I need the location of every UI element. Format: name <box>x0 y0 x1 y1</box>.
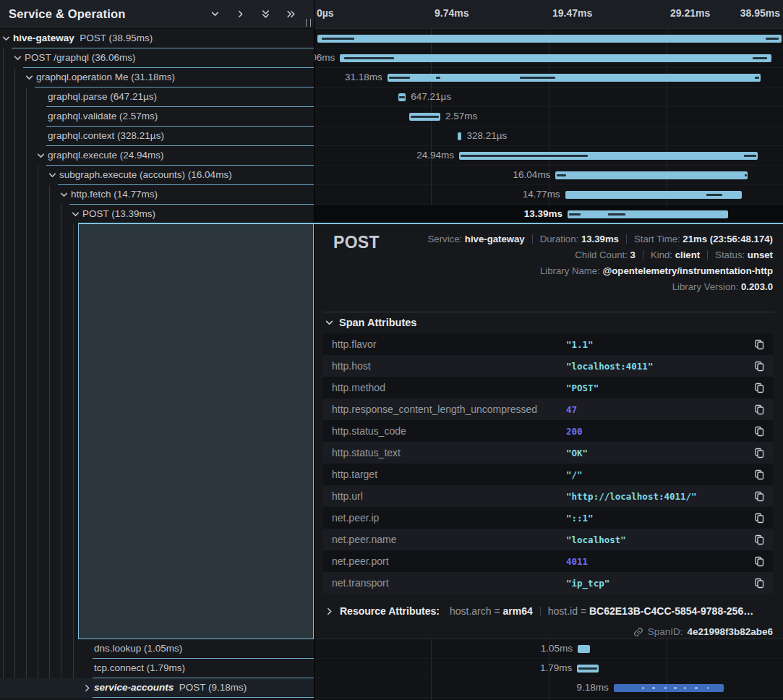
operation-name: graphql.operation Me (31.18ms) <box>36 72 175 82</box>
span-bar[interactable] <box>458 132 461 140</box>
chevron-down-icon[interactable] <box>71 210 80 219</box>
span-detail-meta: Service: hive-gatewayDuration: 13.39msSt… <box>428 231 773 295</box>
span-bar[interactable] <box>565 191 743 199</box>
span-bar[interactable] <box>555 171 748 179</box>
copy-button[interactable] <box>745 513 773 524</box>
tree-row[interactable]: service-accounts POST (9.18ms) <box>0 678 314 698</box>
chevron-right-icon[interactable] <box>82 683 92 693</box>
meta-label: Library Name: <box>540 265 602 276</box>
meta-value: 21ms (23:56:48.174) <box>683 234 773 244</box>
timeline-row[interactable]: 13.39ms <box>315 205 783 224</box>
tree-row[interactable]: graphql.operation Me (31.18ms) <box>0 68 314 88</box>
span-name-label: subgraph.execute (accounts) (16.04ms) <box>59 169 232 180</box>
timeline-row[interactable]: 1.05ms <box>315 639 783 659</box>
copy-button[interactable] <box>745 383 773 393</box>
tree-row[interactable]: tcp.connect (1.79ms) <box>0 659 314 678</box>
copy-button[interactable] <box>745 404 773 415</box>
timeline-row[interactable]: 36.06ms <box>315 48 783 68</box>
chevron-down-icon[interactable] <box>59 190 69 200</box>
timeline-row[interactable]: 2.57ms <box>315 107 783 127</box>
span-bar[interactable] <box>578 645 590 653</box>
attribute-row: net.peer.name"localhost" <box>323 529 773 550</box>
child-span-mark <box>399 96 405 98</box>
chevron-down-icon[interactable] <box>48 171 57 180</box>
chevron-down-icon[interactable] <box>25 73 34 82</box>
chevron-down-icon[interactable] <box>36 151 46 161</box>
tree-row[interactable]: graphql.parse (647.21µs) <box>0 88 314 107</box>
tree-row[interactable]: http.fetch (14.77ms) <box>0 185 314 205</box>
copy-button[interactable] <box>745 448 773 458</box>
span-name-label: graphql.operation Me (31.18ms) <box>36 72 175 82</box>
copy-button[interactable] <box>745 534 773 545</box>
resource-attributes-row[interactable]: Resource Attributes: host.arch = arm64ho… <box>325 605 753 617</box>
tree-row[interactable]: dns.lookup (1.05ms) <box>0 639 314 659</box>
chevron-down-icon[interactable] <box>13 54 22 63</box>
copy-button[interactable] <box>745 361 773 372</box>
copy-button[interactable] <box>745 578 773 589</box>
copy-button[interactable] <box>745 556 773 567</box>
timeline-row[interactable]: 16.04ms <box>315 166 783 185</box>
chevron-down-icon[interactable] <box>1 34 11 43</box>
timeline-header[interactable]: 0µs9.74ms19.47ms29.21ms38.95ms <box>315 0 783 29</box>
chevron-right-icon[interactable] <box>233 7 247 22</box>
timeline-row[interactable]: 647.21µs <box>315 88 783 107</box>
attribute-key: http.flavor <box>323 338 566 350</box>
span-bar[interactable] <box>388 74 761 82</box>
span-bar[interactable] <box>614 684 724 692</box>
timeline-row[interactable]: 1.79ms <box>315 659 783 678</box>
meta-separator <box>532 234 533 244</box>
timeline-row[interactable]: 24.94ms <box>315 146 783 166</box>
tree-row[interactable]: graphql.context (328.21µs) <box>0 127 314 146</box>
tree-row[interactable]: POST /graphql (36.06ms) <box>0 48 314 68</box>
span-bar[interactable] <box>459 152 758 160</box>
detail-divider <box>323 312 774 312</box>
tree-row[interactable]: POST (13.39ms) <box>0 205 314 224</box>
span-bar[interactable] <box>577 665 599 673</box>
span-duration-label: 647.21µs <box>411 91 451 102</box>
double-chevron-down-icon[interactable] <box>258 7 273 22</box>
span-bar[interactable] <box>398 93 406 101</box>
span-bar[interactable] <box>409 113 440 121</box>
span-name-label: tcp.connect (1.79ms) <box>94 662 185 673</box>
operation-name: dns.lookup (1.05ms) <box>94 643 182 654</box>
child-span-mark <box>411 116 439 118</box>
tree-row[interactable]: graphql.validate (2.57ms) <box>0 107 314 127</box>
span-name-label: graphql.parse (647.21µs) <box>48 91 157 102</box>
timeline-row[interactable]: 328.21µs <box>315 127 783 146</box>
span-bar[interactable] <box>317 35 782 43</box>
trace-viewer: Service & Operation hive-gateway POST (3… <box>0 0 783 700</box>
chevron-right-icon <box>325 607 334 616</box>
row-border <box>93 697 314 698</box>
span-duration-label: 24.94ms <box>416 150 454 161</box>
operation-name: POST (9.18ms) <box>179 682 247 693</box>
operation-name: graphql.context (328.21µs) <box>48 130 164 141</box>
copy-button[interactable] <box>745 491 773 502</box>
copy-button[interactable] <box>745 426 773 437</box>
attribute-row: http.host"localhost:4011" <box>323 355 773 377</box>
tree-row[interactable]: subgraph.execute (accounts) (16.04ms) <box>0 166 314 185</box>
meta-label: Service: <box>428 234 465 244</box>
time-tick-label: 38.95ms <box>740 7 780 19</box>
span-duration-label: 2.57ms <box>445 111 477 121</box>
timeline-row[interactable]: 9.18ms <box>315 678 783 698</box>
span-attributes-header[interactable]: Span Attributes <box>325 317 416 328</box>
copy-button[interactable] <box>745 469 773 480</box>
timeline-row[interactable]: 14.77ms <box>315 185 783 205</box>
panel-resize-grip[interactable] <box>306 19 311 27</box>
span-bar[interactable] <box>568 210 728 218</box>
timeline-row[interactable] <box>315 29 783 48</box>
attribute-row: http.flavor"1.1" <box>323 333 773 355</box>
tree-row[interactable]: hive-gateway POST (38.95ms) <box>0 29 314 48</box>
detail-meta-line: Library Name: @opentelemetry/instrumenta… <box>428 263 773 279</box>
double-chevron-right-icon[interactable] <box>283 7 298 22</box>
chevron-down-icon[interactable] <box>207 7 222 22</box>
tree-row[interactable]: graphql.execute (24.94ms) <box>0 146 314 166</box>
service-name: service-accounts <box>94 682 174 693</box>
span-bar[interactable] <box>340 54 771 62</box>
link-icon[interactable] <box>633 627 643 637</box>
resource-attributes-entries: host.arch = arm64host.id = BC62E13B-C4CC… <box>450 605 753 617</box>
copy-button[interactable] <box>745 339 773 350</box>
meta-value: 13.39ms <box>581 234 619 244</box>
attribute-row: net.peer.port4011 <box>323 550 773 572</box>
timeline-row[interactable]: 31.18ms <box>315 68 783 88</box>
